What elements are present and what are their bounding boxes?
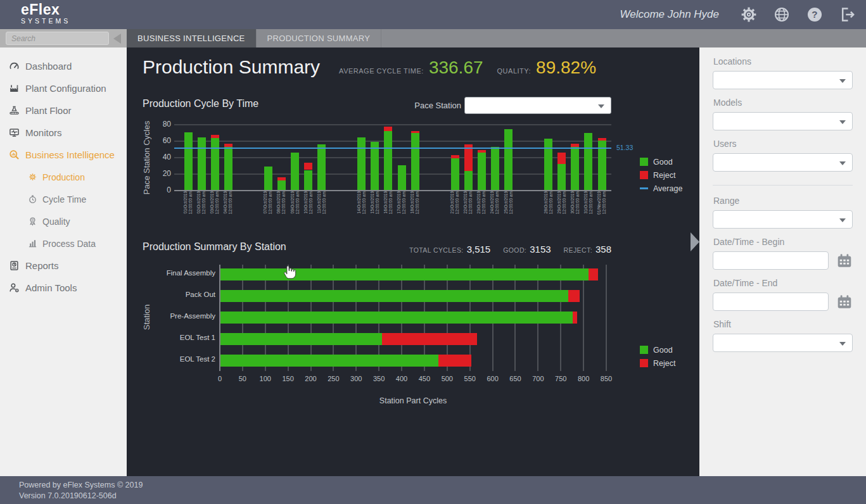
locations-select[interactable] [713, 71, 853, 89]
legend-item-average: Average [640, 182, 682, 195]
x-tick-label: 700 [525, 375, 551, 382]
station-stats-row: TOTAL CYCLES:3,515GOOD:3153REJECT:358 [405, 244, 611, 255]
sidebar-item-monitors[interactable]: Monitors [0, 122, 127, 144]
admin-user-icon [9, 282, 20, 293]
models-select[interactable] [713, 112, 853, 130]
x-tick-datetime-label: 24/Oct/201912:00:00 am [490, 191, 500, 215]
sidebar-item-label: Production [42, 172, 85, 182]
y-axis-title-station: Station [142, 305, 151, 330]
gauge-icon [9, 61, 20, 72]
hbar-good-eol-test-1[interactable] [220, 333, 382, 345]
hbar-reject-eol-test-1[interactable] [382, 333, 478, 345]
stat-good: GOOD:3153 [503, 244, 551, 255]
x-tick-datetime-label: 07/Oct/201912:00:00 am [263, 191, 273, 215]
sidebar-item-quality[interactable]: Quality [0, 210, 127, 232]
hbar-reject-pack-out[interactable] [568, 290, 580, 302]
sidebar-item-process-data[interactable]: Process Data [0, 232, 127, 255]
avg-cycle-time-value: 336.67 [429, 58, 483, 78]
bar-good [317, 144, 326, 191]
sidebar-item-admin-tools[interactable]: Admin Tools [0, 277, 127, 299]
y-tick-label: 80 [150, 120, 171, 129]
chart2-legend: GoodReject [640, 343, 675, 370]
x-tick-datetime-label: 04/Oct/201912:00:00 am [223, 191, 233, 215]
tab-business-intelligence[interactable]: BUSINESS INTELLIGENCE [127, 29, 257, 47]
chevron-down-icon [839, 161, 846, 165]
eflex-logo[interactable]: eFlex SYSTEMS [21, 2, 70, 25]
x-tick-datetime-label: 22/Oct/201912:00:00 am [463, 191, 473, 215]
logo-text-sub: SYSTEMS [21, 17, 70, 25]
logout-icon[interactable] [839, 6, 856, 23]
bar-reject [451, 155, 459, 158]
svg-text:?: ? [812, 9, 817, 20]
factory-icon [9, 83, 20, 94]
hbar-reject-final-assembly[interactable] [589, 268, 597, 280]
search-input[interactable] [6, 32, 109, 45]
calendar-icon[interactable] [836, 253, 853, 269]
pace-station-select[interactable] [464, 97, 611, 114]
help-icon[interactable]: ? [806, 6, 823, 23]
x-tick-datetime-label: 01/Nov/201912:00:00 am [597, 191, 607, 215]
mouse-cursor-pointer [283, 263, 299, 282]
chevron-down-icon [839, 79, 846, 83]
sidebar-item-label: Monitors [25, 127, 62, 138]
bar-good [384, 131, 392, 191]
bar-good [357, 137, 366, 191]
sidebar-item-cycle-time[interactable]: Cycle Time [0, 188, 127, 210]
sidebar-item-production[interactable]: Production [0, 166, 127, 188]
sidebar-collapse-arrow-icon[interactable] [113, 34, 121, 44]
x-tick-datetime-label: 29/Oct/201912:00:00 am [557, 191, 567, 215]
sidebar-item-business-intelligence[interactable]: Business Intelligence [0, 144, 127, 166]
x-tick-datetime-label: 11/Oct/201912:00:00 am [317, 191, 327, 215]
x-tick-label: 0 [207, 375, 232, 382]
bar-reject [304, 163, 312, 170]
hbar-good-pack-out[interactable] [220, 290, 568, 302]
filter-panel-collapse-arrow-icon[interactable] [691, 232, 699, 251]
sidebar-item-label: Quality [42, 217, 70, 227]
y-tick-label: 20 [150, 169, 171, 178]
shift-select[interactable] [713, 334, 853, 352]
hbar-good-final-assembly[interactable] [220, 268, 589, 280]
chart2-title: Production Summary By Station [143, 241, 286, 253]
bar-good [304, 170, 312, 191]
hbar-reject-eol-test-2[interactable] [438, 355, 471, 367]
x-tick-datetime-label: 17/Oct/201912:00:00 am [397, 191, 407, 215]
hbar-reject-pre-assembly[interactable] [573, 312, 577, 324]
settings-gear-icon[interactable] [741, 6, 757, 23]
bar-good [557, 164, 566, 191]
x-tick-label: 300 [343, 375, 369, 382]
bar-good [584, 133, 592, 191]
sidebar-item-dashboard[interactable]: Dashboard [0, 55, 127, 77]
tab-production-summary[interactable]: PRODUCTION SUMMARY [257, 29, 382, 47]
date-time-end-input[interactable] [713, 293, 829, 311]
quality-value: 89.82% [536, 58, 596, 78]
hbar-good-pre-assembly[interactable] [220, 312, 573, 324]
legend-swatch [640, 359, 648, 367]
x-tick-label: 200 [298, 375, 324, 382]
x-tick-datetime-label: 31/Oct/201912:00:00 am [583, 191, 594, 215]
bar-reject [411, 131, 419, 133]
bar-good [198, 137, 206, 191]
x-tick-datetime-label: 18/Oct/201912:00:00 am [410, 191, 420, 215]
sidebar-item-reports[interactable]: Reports [0, 255, 127, 277]
users-select[interactable] [713, 153, 853, 172]
x-tick-datetime-label: 23/Oct/201912:00:00 am [476, 191, 487, 215]
chevron-down-icon [839, 218, 846, 222]
filter-field-range: Range [713, 196, 853, 229]
bar-good [264, 167, 272, 191]
station-category-label: EOL Test 2 [138, 355, 215, 363]
stat-totalcycles: TOTAL CYCLES:3,515 [409, 244, 490, 255]
range-select[interactable] [713, 210, 853, 229]
sidebar-item-label: Plant Floor [25, 105, 72, 116]
globe-icon[interactable] [774, 6, 790, 23]
x-tick-datetime-label: 28/Oct/201912:00:00 am [544, 191, 554, 215]
calendar-icon[interactable] [836, 294, 853, 310]
date-time-begin-input[interactable] [713, 251, 829, 270]
y-tick-label: 40 [150, 153, 171, 161]
gridline-y-80 [174, 124, 611, 125]
sidebar-item-plant-configuration[interactable]: Plant Configuration [0, 77, 127, 99]
left-sidebar: DashboardPlant ConfigurationPlant FloorM… [0, 47, 127, 476]
x-tick-datetime-label: 09/Oct/201912:00:00 am [290, 191, 300, 215]
sidebar-item-plant-floor[interactable]: Plant Floor [0, 99, 127, 122]
hbar-good-eol-test-2[interactable] [220, 355, 438, 367]
average-line [174, 148, 611, 149]
